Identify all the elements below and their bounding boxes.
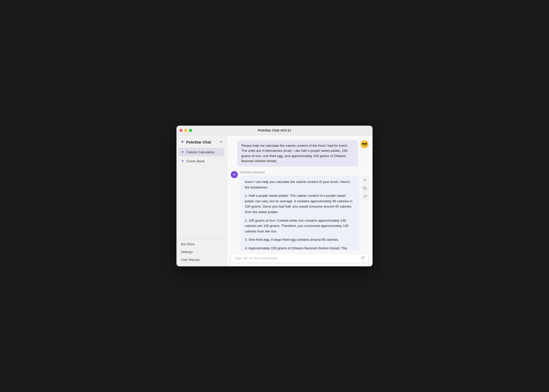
sidebar-footer-settings[interactable]: Settings: [178, 248, 224, 256]
new-chat-button[interactable]: +: [220, 140, 222, 144]
traffic-lights: [179, 129, 192, 132]
sidebar-item-comic-book[interactable]: ✦ Comic Book: [178, 157, 224, 165]
refresh-button[interactable]: [361, 193, 369, 200]
logo-icon: ✦: [180, 139, 184, 145]
assistant-avatar-icon: ✦: [233, 173, 236, 177]
user-bubble: Please help me calculate the calorie con…: [237, 140, 358, 167]
send-button[interactable]: [361, 256, 365, 260]
sidebar-footer-bot-store[interactable]: Bot Store: [178, 240, 224, 248]
sidebar-item-label-2: Comic Book: [186, 159, 205, 163]
sidebar-item-calorie-calculation[interactable]: ✦ Calorie Calculation: [178, 148, 224, 156]
app-window: PoleStar Chat v0.0.11 ✦ PoleStar Chat + …: [176, 126, 373, 266]
assistant-para-4: 4. Approximately 100 grams of Orleans fl…: [245, 246, 355, 251]
sidebar-item-label-1: Calorie Calculation: [186, 150, 215, 154]
assistant-para-0: Sure! I can help you calculate the calor…: [245, 179, 355, 190]
assistant-para-3: 3. One fried egg: A large fried egg cont…: [245, 237, 355, 242]
main-content: ✦ PoleStar Chat + ✦ Calorie Calculation …: [176, 135, 373, 266]
svg-rect-0: [364, 188, 367, 190]
sidebar-header: ✦ PoleStar Chat +: [178, 138, 224, 148]
sidebar: ✦ PoleStar Chat + ✦ Calorie Calculation …: [176, 135, 227, 266]
input-area: [227, 251, 373, 266]
input-wrap: [231, 253, 369, 263]
assistant-avatar: ✦: [231, 171, 238, 178]
sidebar-footer: Bot Store Settings User Manual: [178, 238, 224, 263]
assistant-para-1: 1. Half a purple sweet potato: The calor…: [245, 193, 355, 215]
sparkle-icon-2: ✦: [181, 159, 184, 163]
sidebar-items-list: ✦ Calorie Calculation ✦ Comic Book: [178, 148, 224, 238]
copy-button[interactable]: [361, 185, 369, 192]
sparkle-icon-1: ✦: [181, 150, 184, 154]
maximize-button[interactable]: [189, 129, 192, 132]
chat-input[interactable]: [235, 256, 359, 260]
assistant-actions: [361, 176, 369, 200]
window-title: PoleStar Chat v0.0.11: [258, 128, 291, 132]
assistant-bubble: Sure! I can help you calculate the calor…: [240, 176, 359, 251]
minimize-button[interactable]: [184, 129, 187, 132]
close-button[interactable]: [179, 129, 182, 132]
reply-button[interactable]: [361, 177, 369, 184]
assistant-name: PoleStar Assistant: [240, 171, 369, 174]
sidebar-footer-user-manual[interactable]: User Manual: [178, 256, 224, 263]
messages-list: Please help me calculate the calorie con…: [227, 135, 373, 251]
assistant-para-2: 2. 100 grams of rice: Cooked white rice …: [245, 218, 355, 234]
user-avatar: 😎: [360, 140, 369, 148]
titlebar: PoleStar Chat v0.0.11: [176, 126, 373, 135]
assistant-content: PoleStar Assistant Sure! I can help you …: [240, 171, 369, 251]
sidebar-app-name: PoleStar Chat: [186, 140, 211, 144]
chat-area: Please help me calculate the calorie con…: [227, 135, 373, 266]
user-avatar-emoji: 😎: [362, 141, 367, 147]
user-message: Please help me calculate the calorie con…: [231, 140, 369, 167]
assistant-bubble-wrap: Sure! I can help you calculate the calor…: [240, 176, 369, 251]
assistant-message: ✦ PoleStar Assistant Sure! I can help yo…: [231, 171, 369, 251]
